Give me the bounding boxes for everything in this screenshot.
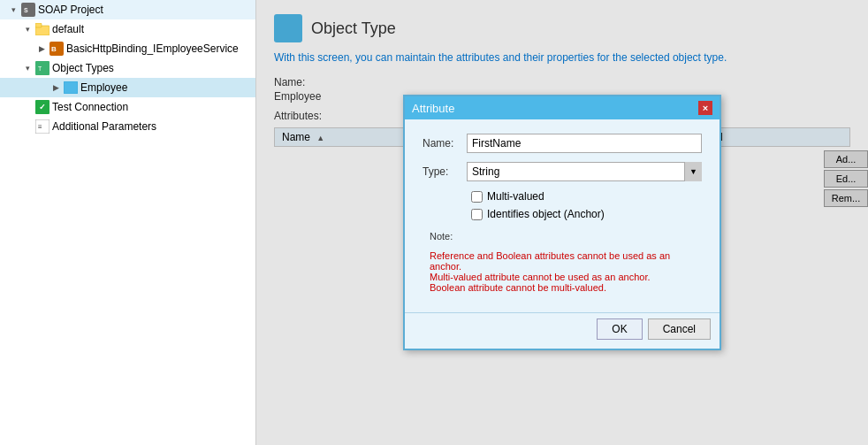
note-section: Note: Reference and Boolean attributes c… [423, 231, 702, 293]
multivalued-row: Multi-valued [423, 190, 702, 203]
modal-name-field: Name: [423, 134, 702, 153]
modal-type-label: Type: [423, 165, 467, 178]
anchor-label[interactable]: Identifies object (Anchor) [487, 208, 605, 220]
multivalued-label[interactable]: Multi-valued [487, 190, 544, 203]
note-line-3: Boolean attribute cannot be multi-valued… [430, 282, 702, 293]
anchor-row: Identifies object (Anchor) [423, 208, 702, 220]
sidebar-item-default[interactable]: ▾ default [0, 19, 255, 39]
expand-arrow-placeholder [21, 120, 34, 133]
soap-icon: S [21, 3, 35, 17]
types-icon: T [35, 61, 49, 75]
folder-icon [35, 22, 49, 36]
modal-name-input[interactable] [467, 134, 702, 153]
note-label: Note: [423, 231, 702, 242]
sidebar-item-employee[interactable]: ▶ Employee [0, 78, 255, 97]
sidebar-item-label: SOAP Project [38, 4, 103, 16]
svg-rect-8 [64, 81, 78, 94]
attribute-modal: Attribute × Name: Type: String Integer [403, 95, 721, 350]
svg-text:≡: ≡ [38, 123, 42, 131]
sidebar-item-binding[interactable]: ▶ B BasicHttpBinding_IEmployeeService [0, 39, 255, 58]
modal-footer: OK Cancel [405, 312, 720, 349]
modal-type-field: Type: String Integer Boolean Reference B… [423, 162, 702, 181]
expand-arrow: ▶ [49, 81, 62, 94]
test-icon: ✓ [35, 100, 49, 114]
modal-title: Attribute [412, 102, 454, 115]
note-content: Reference and Boolean attributes cannot … [423, 250, 702, 293]
modal-type-select[interactable]: String Integer Boolean Reference Binary [467, 162, 702, 181]
note-line-1: Reference and Boolean attributes cannot … [430, 250, 702, 272]
expand-arrow: ▾ [21, 23, 34, 35]
svg-text:T: T [38, 65, 42, 72]
sidebar-item-label: Additional Parameters [52, 120, 156, 133]
sidebar-item-object-types[interactable]: ▾ T Object Types [0, 58, 255, 78]
cancel-button[interactable]: Cancel [648, 318, 711, 340]
expand-arrow: ▾ [7, 4, 19, 16]
sidebar-item-label: default [52, 23, 84, 35]
expand-arrow: ▾ [21, 62, 34, 74]
params-icon: ≡ [35, 119, 49, 134]
note-line-2: Multi-valued attribute cannot be used as… [430, 272, 702, 282]
multivalued-checkbox[interactable] [471, 191, 483, 203]
modal-overlay: Attribute × Name: Type: String Integer [256, 0, 868, 445]
modal-body: Name: Type: String Integer Boolean Refer… [405, 119, 720, 312]
expand-arrow-placeholder [21, 101, 34, 113]
sidebar-item-label: Test Connection [52, 101, 128, 113]
svg-text:S: S [24, 7, 28, 13]
sidebar-item-additional-params[interactable]: ≡ Additional Parameters [0, 117, 255, 136]
svg-text:B: B [51, 45, 57, 53]
modal-name-label: Name: [423, 137, 467, 150]
sidebar-item-label: BasicHttpBinding_IEmployeeService [66, 42, 239, 55]
sidebar-item-soap-project[interactable]: ▾ S SOAP Project [0, 0, 255, 19]
modal-title-bar: Attribute × [405, 96, 720, 119]
sidebar-item-label: Employee [80, 81, 127, 94]
main-content: Object Type With this screen, you can ma… [256, 0, 868, 445]
anchor-checkbox[interactable] [471, 209, 483, 220]
binding-icon: B [49, 42, 64, 56]
svg-text:✓: ✓ [39, 103, 46, 111]
modal-type-select-wrapper: String Integer Boolean Reference Binary … [467, 162, 702, 181]
sidebar-item-label: Object Types [52, 62, 114, 74]
employee-icon [64, 81, 78, 95]
sidebar-item-test-connection[interactable]: ✓ Test Connection [0, 97, 255, 117]
modal-close-button[interactable]: × [698, 101, 712, 115]
sidebar: ▾ S SOAP Project ▾ default ▶ B BasicHttp… [0, 0, 256, 445]
ok-button[interactable]: OK [597, 318, 642, 340]
expand-arrow: ▶ [35, 42, 48, 55]
svg-rect-3 [35, 23, 42, 27]
